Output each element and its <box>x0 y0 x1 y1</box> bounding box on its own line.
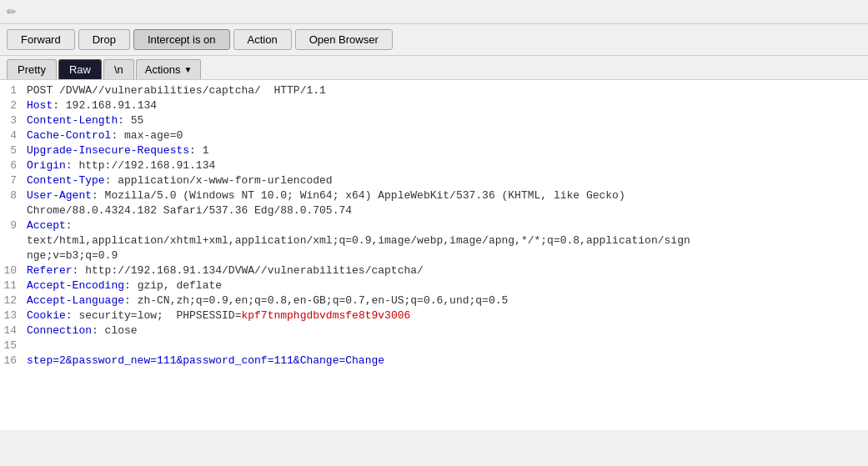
table-row: 14Connection: close <box>0 323 868 338</box>
text-segment: : close <box>92 324 138 337</box>
text-segment: Content-Type <box>27 174 105 187</box>
text-segment: Origin <box>27 159 66 172</box>
edit-icon: ✏ <box>7 5 17 18</box>
tab-raw[interactable]: Raw <box>58 59 102 79</box>
line-content: Accept: <box>23 219 868 233</box>
line-number <box>0 249 23 263</box>
text-segment: Content-Length <box>27 114 118 127</box>
text-segment: Connection <box>27 324 92 337</box>
table-row: text/html,application/xhtml+xml,applicat… <box>0 233 868 248</box>
table-row: Chrome/88.0.4324.182 Safari/537.36 Edg/8… <box>0 203 868 218</box>
line-content: Origin: http://192.168.91.134 <box>23 159 868 173</box>
line-content: Upgrade-Insecure-Requests: 1 <box>23 144 868 158</box>
table-row: 4Cache-Control: max-age=0 <box>0 128 868 143</box>
line-number: 11 <box>0 279 23 293</box>
text-segment: Accept-Encoding <box>27 279 124 292</box>
table-row: 16step=2&password_new=111&password_conf=… <box>0 353 868 368</box>
text-segment: nge;v=b3;q=0.9 <box>27 249 118 262</box>
text-segment: : <box>66 219 73 232</box>
toolbar: ForwardDropIntercept is onActionOpen Bro… <box>0 24 868 56</box>
table-row: 1POST /DVWA//vulnerabilities/captcha/ HT… <box>0 83 868 98</box>
text-segment: POST /DVWA//vulnerabilities/captcha/ HTT… <box>27 84 326 97</box>
text-segment: Host <box>27 99 53 112</box>
intercept-on-button[interactable]: Intercept is on <box>133 29 230 50</box>
line-number: 2 <box>0 99 23 113</box>
line-number: 7 <box>0 174 23 188</box>
line-content: Content-Type: application/x-www-form-url… <box>23 174 868 188</box>
table-row: 3Content-Length: 55 <box>0 113 868 128</box>
open-browser-button[interactable]: Open Browser <box>295 29 393 50</box>
line-content: Host: 192.168.91.134 <box>23 99 868 113</box>
tab-ln[interactable]: \n <box>103 59 134 79</box>
text-segment: Referer <box>27 264 73 277</box>
line-content: step=2&password_new=111&password_conf=11… <box>23 354 868 368</box>
line-number: 5 <box>0 144 23 158</box>
text-segment: : max-age=0 <box>111 129 183 142</box>
text-segment: Cookie <box>27 309 66 322</box>
line-content: Accept-Encoding: gzip, deflate <box>23 279 868 293</box>
table-row: 5Upgrade-Insecure-Requests: 1 <box>0 143 868 158</box>
table-row: 2Host: 192.168.91.134 <box>0 98 868 113</box>
line-number: 10 <box>0 264 23 278</box>
text-segment: User-Agent <box>27 189 92 202</box>
text-segment: kpf7tnmphgdbvdmsfe8t9v3006 <box>241 309 410 322</box>
tab-bar: PrettyRaw\nActions▼ <box>0 56 868 80</box>
text-segment: : security=low; PHPSESSID= <box>66 309 242 322</box>
line-number: 9 <box>0 219 23 233</box>
line-content: Accept-Language: zh-CN,zh;q=0.9,en;q=0.8… <box>23 294 868 308</box>
tab-pretty[interactable]: Pretty <box>7 59 57 79</box>
line-number <box>0 204 23 218</box>
line-number: 12 <box>0 294 23 308</box>
line-content: POST /DVWA//vulnerabilities/captcha/ HTT… <box>23 84 868 98</box>
title-bar: ✏ <box>0 0 868 24</box>
line-content: Connection: close <box>23 324 868 338</box>
text-segment: : 55 <box>118 114 143 127</box>
text-segment: Upgrade-Insecure-Requests <box>27 144 189 157</box>
table-row: 13Cookie: security=low; PHPSESSID=kpf7tn… <box>0 308 868 323</box>
line-content: Chrome/88.0.4324.182 Safari/537.36 Edg/8… <box>23 204 868 218</box>
line-content: Referer: http://192.168.91.134/DVWA//vul… <box>23 264 868 278</box>
table-row: 7Content-Type: application/x-www-form-ur… <box>0 173 868 188</box>
text-segment: Chrome/88.0.4324.182 Safari/537.36 Edg/8… <box>27 204 352 217</box>
text-segment: step=2&password_new=111&password_conf=11… <box>27 354 384 367</box>
chevron-down-icon: ▼ <box>183 65 192 74</box>
action-button[interactable]: Action <box>233 29 292 50</box>
text-segment: Accept-Language <box>27 294 124 307</box>
table-row: 15 <box>0 338 868 353</box>
text-segment: : gzip, deflate <box>124 279 222 292</box>
line-number: 4 <box>0 129 23 143</box>
forward-button[interactable]: Forward <box>7 29 75 50</box>
text-segment: Accept <box>27 219 66 232</box>
line-number: 15 <box>0 339 23 353</box>
table-row: 6Origin: http://192.168.91.134 <box>0 158 868 173</box>
text-segment: : 1 <box>189 144 208 157</box>
table-row: nge;v=b3;q=0.9 <box>0 248 868 263</box>
text-segment: text/html,application/xhtml+xml,applicat… <box>27 234 690 247</box>
actions-label: Actions <box>145 63 181 76</box>
line-number: 13 <box>0 309 23 323</box>
text-segment: : http://192.168.91.134 <box>66 159 215 172</box>
content-area: 1POST /DVWA//vulnerabilities/captcha/ HT… <box>0 80 868 430</box>
table-row: 10Referer: http://192.168.91.134/DVWA//v… <box>0 263 868 278</box>
line-number <box>0 234 23 248</box>
text-segment: : 192.168.91.134 <box>53 99 157 112</box>
line-content: nge;v=b3;q=0.9 <box>23 249 868 263</box>
line-number: 1 <box>0 84 23 98</box>
table-row: 12Accept-Language: zh-CN,zh;q=0.9,en;q=0… <box>0 293 868 308</box>
line-number: 6 <box>0 159 23 173</box>
line-content: Cookie: security=low; PHPSESSID=kpf7tnmp… <box>23 309 868 323</box>
table-row: 11Accept-Encoding: gzip, deflate <box>0 278 868 293</box>
line-content: User-Agent: Mozilla/5.0 (Windows NT 10.0… <box>23 189 868 203</box>
line-content: text/html,application/xhtml+xml,applicat… <box>23 234 868 248</box>
table-row: 8User-Agent: Mozilla/5.0 (Windows NT 10.… <box>0 188 868 203</box>
drop-button[interactable]: Drop <box>78 29 130 50</box>
line-number: 16 <box>0 354 23 368</box>
text-segment: : http://192.168.91.134/DVWA//vulnerabil… <box>73 264 424 277</box>
text-segment: : application/x-www-form-urlencoded <box>105 174 333 187</box>
line-number: 8 <box>0 189 23 203</box>
line-content <box>23 339 868 353</box>
line-content: Content-Length: 55 <box>23 114 868 128</box>
text-segment: : zh-CN,zh;q=0.9,en;q=0.8,en-GB;q=0.7,en… <box>124 294 508 307</box>
tab-actions-dropdown[interactable]: Actions▼ <box>136 59 202 79</box>
table-row: 9Accept: <box>0 218 868 233</box>
